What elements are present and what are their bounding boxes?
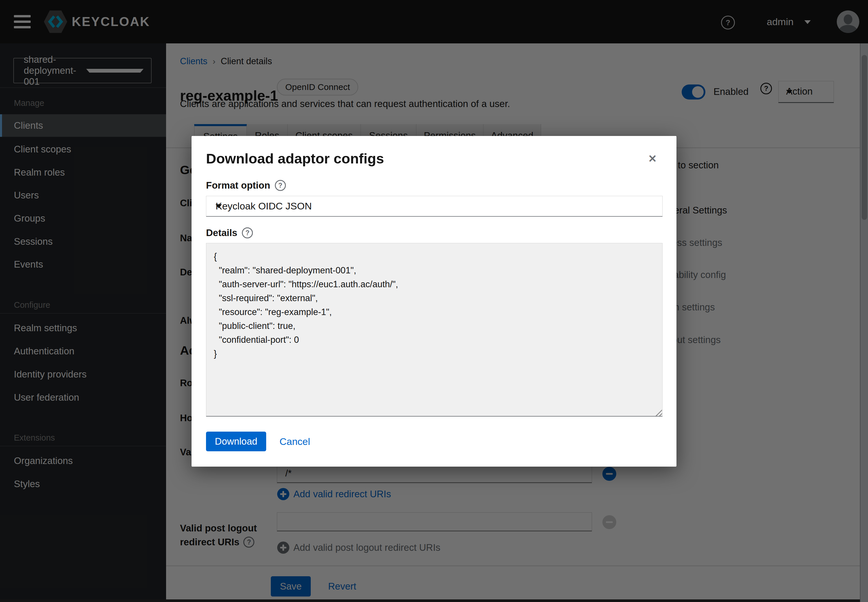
scrollbar-thumb[interactable] [862, 55, 867, 220]
details-help-icon[interactable]: ? [242, 227, 253, 238]
format-option-selected-value: Keycloak OIDC JSON [215, 196, 312, 216]
cancel-link[interactable]: Cancel [280, 436, 310, 447]
format-option-label: Format option [206, 180, 270, 191]
page-scrollbar[interactable] [860, 43, 868, 602]
keycloak-admin-window: KEYCLOAK ? admin shared-deployment-001 M… [0, 0, 868, 602]
select-caret-down-icon [215, 204, 222, 208]
close-icon[interactable]: ✕ [648, 153, 657, 165]
download-button[interactable]: Download [206, 432, 266, 451]
window-bottom-edge [0, 599, 868, 602]
download-adaptor-configs-modal: Download adaptor configs ✕ Format option… [192, 136, 676, 467]
modal-title: Download adaptor configs [206, 150, 384, 167]
format-option-help-icon[interactable]: ? [275, 180, 286, 191]
format-option-select[interactable]: Keycloak OIDC JSON [206, 196, 662, 217]
details-label-row: Details ? [206, 227, 253, 238]
details-label: Details [206, 227, 237, 238]
format-option-label-row: Format option ? [206, 180, 286, 191]
adapter-config-textarea[interactable]: { "realm": "shared-deployment-001", "aut… [206, 243, 662, 416]
